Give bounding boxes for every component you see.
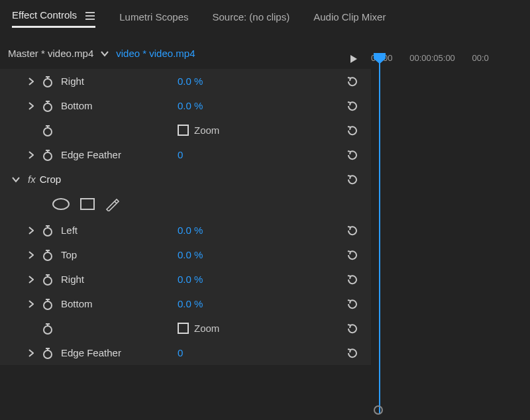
master-clip-name[interactable]: Master * video.mp4 (8, 48, 93, 59)
zoom-label: Zoom (194, 323, 219, 334)
reset-icon[interactable] (346, 347, 359, 359)
tab-label: Lumetri Scopes (119, 11, 188, 23)
property-value[interactable]: 0.0 % (178, 225, 203, 236)
expand-icon[interactable] (26, 300, 36, 308)
tab-label: Effect Controls (12, 9, 77, 21)
effect-properties-panel: Right 0.0 % Bottom 0.0 % Zoom Edge Feath… (0, 69, 371, 365)
svg-point-13 (44, 152, 52, 160)
zoom-checkbox[interactable]: Zoom (178, 125, 219, 136)
reset-icon[interactable] (346, 249, 359, 261)
stopwatch-icon[interactable] (41, 225, 54, 236)
stopwatch-icon[interactable] (41, 323, 54, 335)
chevron-down-icon[interactable] (100, 48, 109, 59)
playhead-line (379, 62, 380, 413)
property-value[interactable]: 0.0 % (178, 76, 203, 87)
property-row-crop-feather: Edge Feather 0 (0, 341, 371, 365)
sequence-clip-name[interactable]: video * video.mp4 (116, 48, 195, 59)
collapse-icon[interactable] (12, 176, 21, 183)
playhead-handle-icon[interactable] (374, 53, 386, 62)
property-value[interactable]: 0.0 % (178, 249, 203, 260)
property-row-edge-feather: Edge Feather 0 (0, 142, 371, 167)
property-label: Edge Feather (61, 347, 121, 358)
expand-icon[interactable] (26, 78, 36, 85)
property-row-zoom: Zoom (0, 118, 371, 142)
time-tick: 00:00:05:00 (409, 53, 455, 63)
tab-label: Source: (no clips) (213, 11, 290, 23)
panel-tabbar: Effect Controls Lumetri Scopes Source: (… (0, 0, 530, 28)
tab-label: Audio Clip Mixer (313, 11, 386, 23)
tab-lumetri-scopes[interactable]: Lumetri Scopes (119, 11, 188, 28)
panel-menu-icon[interactable] (85, 12, 95, 20)
svg-rect-17 (81, 199, 94, 209)
expand-icon[interactable] (26, 102, 36, 110)
property-row-crop-top: Top 0.0 % (0, 242, 371, 267)
svg-point-18 (44, 228, 52, 236)
fx-badge[interactable]: fx (28, 174, 36, 185)
svg-point-4 (44, 79, 52, 87)
stopwatch-icon[interactable] (41, 76, 54, 87)
play-toggle-icon[interactable] (350, 54, 358, 66)
tab-effect-controls[interactable]: Effect Controls (12, 9, 95, 28)
reset-icon[interactable] (346, 225, 359, 236)
reset-icon[interactable] (346, 149, 359, 161)
property-row-crop-left: Left 0.0 % (0, 218, 371, 242)
svg-point-24 (44, 277, 52, 285)
stopwatch-icon[interactable] (41, 149, 54, 161)
reset-icon[interactable] (346, 125, 359, 136)
reset-icon[interactable] (346, 298, 359, 310)
stopwatch-icon[interactable] (41, 347, 54, 359)
stopwatch-icon[interactable] (41, 249, 54, 261)
svg-point-21 (44, 252, 52, 260)
property-row-crop-zoom: Zoom (0, 316, 371, 341)
property-row-crop-right: Right 0.0 % (0, 267, 371, 291)
effect-header-crop[interactable]: fx Crop (0, 167, 371, 191)
stopwatch-icon[interactable] (41, 125, 54, 136)
expand-icon[interactable] (26, 151, 36, 159)
property-label: Edge Feather (61, 149, 121, 160)
property-value[interactable]: 0 (178, 347, 183, 358)
property-value[interactable]: 0.0 % (178, 100, 203, 111)
horizontal-scroll-thumb[interactable] (374, 405, 384, 416)
timeline-ruler[interactable]: 00:00 00:00:05:00 00:0 (371, 53, 530, 69)
zoom-checkbox[interactable]: Zoom (178, 323, 219, 334)
stopwatch-icon[interactable] (41, 274, 54, 286)
property-label: Bottom (61, 100, 93, 111)
property-row-right: Right 0.0 % (0, 69, 371, 93)
checkbox-icon[interactable] (178, 125, 189, 136)
stopwatch-icon[interactable] (41, 100, 54, 112)
reset-icon[interactable] (346, 76, 359, 87)
rectangle-mask-icon[interactable] (80, 197, 95, 213)
property-value[interactable]: 0 (178, 149, 183, 160)
expand-icon[interactable] (26, 349, 36, 357)
reset-icon[interactable] (346, 323, 359, 335)
svg-point-30 (44, 326, 52, 334)
pen-mask-icon[interactable] (105, 197, 119, 213)
expand-icon[interactable] (26, 251, 36, 259)
svg-point-16 (53, 199, 69, 209)
ellipse-mask-icon[interactable] (52, 197, 70, 213)
checkbox-icon[interactable] (178, 323, 189, 334)
effect-name: Crop (40, 174, 62, 185)
time-tick: 00:0 (472, 53, 488, 63)
zoom-label: Zoom (194, 125, 219, 136)
property-value[interactable]: 0.0 % (178, 298, 203, 309)
expand-icon[interactable] (26, 276, 36, 284)
property-label: Top (61, 249, 77, 260)
svg-point-33 (44, 350, 52, 358)
mask-tools-row (0, 191, 371, 218)
reset-icon[interactable] (346, 274, 359, 286)
svg-point-7 (44, 103, 52, 111)
property-label: Right (61, 76, 84, 87)
property-row-bottom: Bottom 0.0 % (0, 93, 371, 118)
svg-point-10 (44, 128, 52, 136)
tab-audio-clip-mixer[interactable]: Audio Clip Mixer (313, 11, 386, 28)
tab-source[interactable]: Source: (no clips) (213, 11, 290, 28)
reset-icon[interactable] (346, 174, 359, 185)
expand-icon[interactable] (26, 227, 36, 235)
reset-icon[interactable] (346, 100, 359, 112)
svg-point-27 (44, 301, 52, 309)
svg-marker-3 (350, 55, 357, 63)
property-row-crop-bottom: Bottom 0.0 % (0, 291, 371, 316)
stopwatch-icon[interactable] (41, 298, 54, 310)
property-value[interactable]: 0.0 % (178, 274, 203, 285)
